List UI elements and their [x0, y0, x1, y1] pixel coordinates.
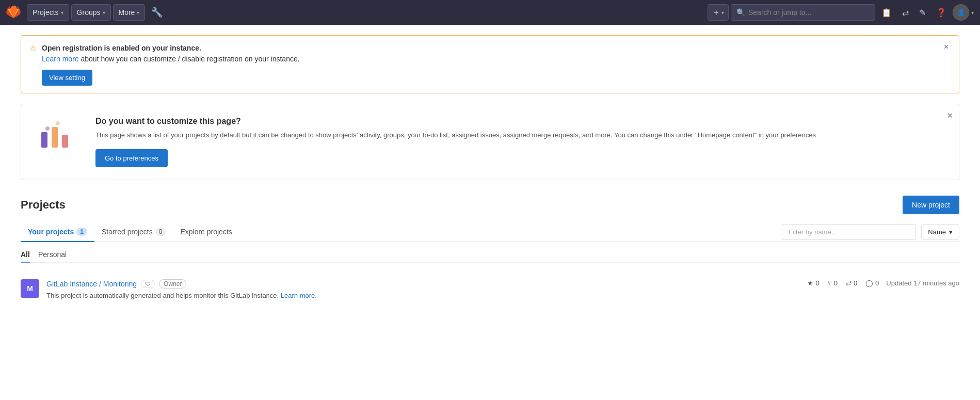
project-avatar-letter: M — [27, 284, 33, 293]
avatar-chevron-icon: ▾ — [971, 10, 974, 15]
alert-close-button[interactable]: × — [942, 43, 951, 51]
customize-text-area: Do you want to customize this page? This… — [95, 117, 946, 167]
customize-illustration-svg — [36, 119, 83, 150]
create-chevron-icon: ▾ — [721, 10, 724, 15]
stars-count: 0 — [815, 279, 819, 287]
filter-by-name-input[interactable] — [782, 224, 916, 240]
alert-warning-icon: ⚠ — [29, 43, 37, 53]
user-avatar-button[interactable]: 👤 — [953, 4, 969, 21]
merge-request-icon: ⇄ — [846, 279, 852, 287]
starred-projects-tab-count: 0 — [155, 228, 166, 236]
create-new-button[interactable]: ＋ ▾ — [708, 4, 729, 21]
project-owner-badge: Owner — [159, 279, 186, 289]
tab-starred-projects[interactable]: Starred projects 0 — [94, 222, 173, 242]
customize-panel: Do you want to customize this page? This… — [21, 104, 959, 180]
more-nav-label: More — [119, 8, 135, 17]
gitlab-logo-icon — [6, 5, 21, 20]
groups-nav-label: Groups — [77, 8, 101, 17]
view-setting-button[interactable]: View setting — [42, 70, 92, 86]
projects-subtabs-row: All Personal — [21, 242, 959, 263]
alert-banner: ⚠ Open registration is enabled on your i… — [21, 35, 959, 93]
svg-rect-0 — [41, 132, 47, 148]
plus-icon: ＋ — [712, 7, 720, 18]
project-shield-badge: 🛡 — [141, 280, 155, 288]
sort-dropdown[interactable]: Name ▾ — [921, 224, 959, 240]
customize-close-button[interactable]: × — [947, 110, 953, 121]
project-forks-stat: ⑂ 0 — [828, 279, 838, 287]
more-chevron-icon: ▾ — [137, 10, 139, 15]
subtab-personal[interactable]: Personal — [38, 247, 67, 263]
help-icon-button[interactable]: ❓ — [932, 4, 951, 21]
svg-rect-2 — [62, 135, 68, 148]
customize-description: This page shows a list of your projects … — [95, 130, 946, 141]
your-projects-tab-label: Your projects — [28, 228, 74, 236]
project-merge-requests-stat: ⇄ 0 — [846, 279, 857, 287]
groups-nav-button[interactable]: Groups ▾ — [71, 4, 111, 21]
starred-projects-tab-label: Starred projects — [102, 228, 153, 236]
merge-requests-count: 0 — [854, 279, 857, 287]
project-info: GitLab Instance / Monitoring 🛡 Owner Thi… — [46, 279, 800, 301]
alert-link-suffix: about how you can customize / disable re… — [79, 55, 300, 63]
svg-rect-1 — [52, 127, 58, 148]
project-item: M GitLab Instance / Monitoring 🛡 Owner T… — [21, 271, 959, 310]
tab-your-projects[interactable]: Your projects 1 — [21, 222, 94, 242]
todo-icon-button[interactable]: 📋 — [877, 4, 896, 21]
projects-tabs-filter-row: Your projects 1 Starred projects 0 Explo… — [21, 222, 959, 242]
sort-chevron-icon: ▾ — [949, 228, 953, 236]
project-learn-more-link[interactable]: Learn more. — [281, 292, 317, 299]
projects-section-header: Projects New project — [21, 196, 959, 214]
groups-chevron-icon: ▾ — [103, 10, 105, 15]
tab-explore-projects[interactable]: Explore projects — [173, 222, 239, 242]
main-content: ⚠ Open registration is enabled on your i… — [0, 25, 980, 400]
search-bar: 🔍 — [731, 4, 875, 21]
projects-nav-button[interactable]: Projects ▾ — [27, 4, 69, 21]
gitlab-logo-brand[interactable] — [6, 5, 21, 20]
alert-text-area: Open registration is enabled on your ins… — [42, 43, 937, 86]
project-description: This project is automatically generated … — [46, 291, 800, 301]
wrench-icon-button[interactable]: 🔧 — [147, 4, 167, 21]
project-stats: ★ 0 ⑂ 0 ⇄ 0 ◯ 0 — [807, 279, 879, 287]
project-name-link[interactable]: GitLab Instance / Monitoring — [46, 280, 137, 288]
new-project-button[interactable]: New project — [903, 196, 959, 214]
projects-chevron-icon: ▾ — [61, 10, 63, 15]
project-name: GitLab Instance / Monitoring — [46, 280, 137, 288]
search-input[interactable] — [748, 8, 870, 17]
projects-nav-label: Projects — [33, 8, 59, 17]
project-avatar: M — [21, 279, 39, 298]
customize-title: Do you want to customize this page? — [95, 117, 946, 126]
your-projects-tab-count: 1 — [76, 228, 87, 236]
avatar-icon: 👤 — [957, 9, 965, 16]
sort-label: Name — [928, 228, 946, 236]
forks-count: 0 — [834, 279, 838, 287]
projects-tabs-right: Name ▾ — [782, 224, 959, 240]
project-issues-stat: ◯ 0 — [865, 279, 879, 287]
customize-illustration — [34, 117, 85, 153]
merge-request-icon-button[interactable]: ⇄ — [898, 4, 913, 21]
subtab-personal-label: Personal — [38, 250, 67, 259]
subtab-all[interactable]: All — [21, 247, 30, 263]
issues-count: 0 — [875, 279, 879, 287]
explore-projects-tab-label: Explore projects — [180, 228, 232, 236]
alert-main-message: Open registration is enabled on your ins… — [42, 44, 201, 52]
navbar: Projects ▾ Groups ▾ More ▾ 🔧 ＋ ▾ 🔍 📋 ⇄ ✎… — [0, 0, 980, 25]
issues-icon-button[interactable]: ✎ — [915, 4, 930, 21]
project-name-row: GitLab Instance / Monitoring 🛡 Owner — [46, 279, 800, 289]
go-to-preferences-button[interactable]: Go to preferences — [95, 149, 168, 167]
projects-page-title: Projects — [21, 198, 66, 212]
shield-icon: 🛡 — [145, 281, 151, 287]
issues-stat-icon: ◯ — [865, 279, 873, 287]
more-nav-button[interactable]: More ▾ — [113, 4, 146, 21]
project-updated-time: Updated 17 minutes ago — [886, 279, 959, 287]
fork-icon: ⑂ — [828, 279, 832, 287]
projects-tabs-left: Your projects 1 Starred projects 0 Explo… — [21, 222, 782, 242]
svg-point-3 — [45, 126, 50, 131]
projects-list: M GitLab Instance / Monitoring 🛡 Owner T… — [21, 271, 959, 310]
subtab-all-label: All — [21, 250, 30, 259]
star-icon: ★ — [807, 279, 813, 287]
search-icon: 🔍 — [736, 8, 745, 17]
svg-point-4 — [56, 121, 60, 125]
alert-learn-more-link[interactable]: Learn more — [42, 55, 79, 63]
project-stars-stat: ★ 0 — [807, 279, 819, 287]
